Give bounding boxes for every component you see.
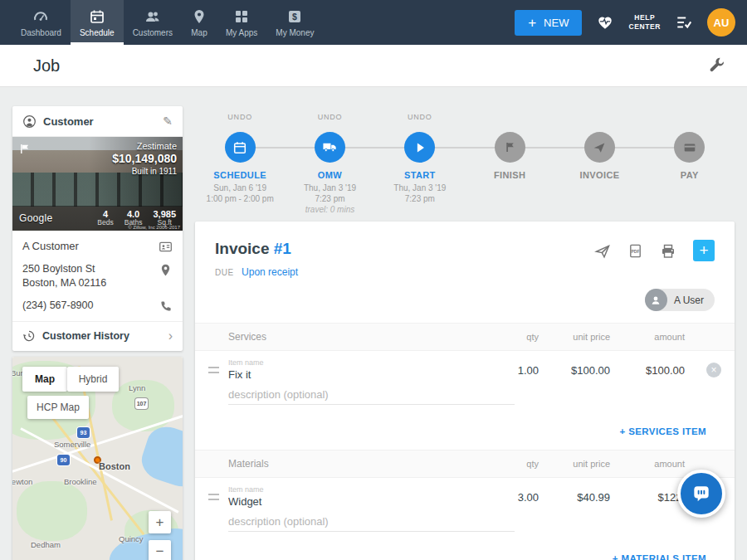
chat-support-button[interactable] <box>677 470 725 518</box>
step-travel: travel: 0 mins <box>285 204 374 215</box>
due-label: DUE <box>215 268 234 277</box>
invoice-actions: PDF + <box>594 240 715 279</box>
materials-title: Materials <box>228 458 481 470</box>
page-title: Job <box>33 56 60 75</box>
schedule-step-circle[interactable] <box>225 132 256 163</box>
step-date: Sun, Jan 6 '19 <box>195 183 285 193</box>
streetview-icon[interactable] <box>19 143 30 158</box>
svg-text:$: $ <box>292 12 297 22</box>
finish-step-circle[interactable] <box>495 132 525 163</box>
customer-history-row[interactable]: Customer History › <box>12 321 183 351</box>
assignee-chip[interactable]: A User <box>645 289 715 311</box>
nav-map[interactable]: Map <box>182 0 217 45</box>
customer-name: A Customer <box>22 239 159 254</box>
step-finish[interactable]: FINISH <box>465 113 554 215</box>
contact-card-icon[interactable] <box>159 240 173 254</box>
start-step-circle[interactable] <box>404 132 435 163</box>
edit-customer-icon[interactable]: ✎ <box>163 114 173 128</box>
step-omw[interactable]: UNDO OMW Thu, Jan 3 '19 7:23 pm travel: … <box>285 113 374 215</box>
invoice-step-circle[interactable] <box>584 132 615 163</box>
material-name-input[interactable] <box>228 495 468 508</box>
assignee-avatar <box>645 289 667 311</box>
step-time: 7:23 pm <box>375 193 465 204</box>
service-description-input[interactable] <box>228 388 515 405</box>
nav-customers[interactable]: Customers <box>124 0 182 45</box>
step-start[interactable]: UNDO START Thu, Jan 3 '19 7:23 pm <box>375 113 465 215</box>
customer-history-label: Customer History <box>42 330 162 342</box>
undo-omw-link[interactable]: UNDO <box>285 113 374 124</box>
print-icon[interactable] <box>660 243 676 263</box>
location-pin-icon[interactable] <box>159 263 173 277</box>
customer-icon <box>22 114 37 129</box>
service-unit-price-input[interactable] <box>539 364 610 377</box>
step-pay[interactable]: PAY <box>645 113 735 215</box>
omw-step-circle[interactable] <box>315 132 345 163</box>
drag-handle-icon[interactable] <box>208 494 219 500</box>
remove-service-item-button[interactable]: × <box>706 363 721 377</box>
material-description-input[interactable] <box>228 515 515 532</box>
map-pin-icon <box>191 8 208 25</box>
step-schedule[interactable]: UNDO SCHEDULE Sun, Jan 6 '19 1:00 pm - 2… <box>195 113 285 215</box>
due-line: DUE Upon receipt <box>215 264 298 279</box>
add-invoice-item-button[interactable]: + <box>693 240 715 261</box>
health-heart-icon[interactable] <box>596 13 614 32</box>
zestimate-value: $10,149,080 <box>112 152 177 165</box>
calendar-icon <box>232 140 247 155</box>
avatar-initials: AU <box>714 17 730 29</box>
add-services-item-link[interactable]: + SERVICES ITEM <box>619 426 706 436</box>
property-photo: Zestimate $10,149,080 Built in 1911 Goog… <box>12 137 183 231</box>
step-time: 7:23 pm <box>285 193 374 204</box>
flag-icon <box>503 140 517 154</box>
help-center-link[interactable]: HELP CENTER <box>628 13 661 32</box>
job-tools-icon[interactable] <box>708 56 725 76</box>
material-amount: $122. <box>610 491 685 504</box>
map-type-map-button[interactable]: Map <box>22 367 67 392</box>
hcp-map-button[interactable]: HCP Map <box>27 396 89 419</box>
add-materials-item-link[interactable]: + MATERIALS ITEM <box>613 553 706 560</box>
nav-my-apps[interactable]: My Apps <box>217 0 266 45</box>
pay-step-circle[interactable] <box>674 132 705 163</box>
map-type-hybrid-button[interactable]: Hybrid <box>67 367 119 392</box>
pdf-icon[interactable]: PDF <box>627 243 643 262</box>
service-qty-cell <box>481 363 539 377</box>
phone-icon[interactable] <box>159 299 173 313</box>
undo-spacer <box>645 113 735 124</box>
undo-schedule-link[interactable]: UNDO <box>195 113 285 124</box>
step-label: INVOICE <box>554 170 644 180</box>
invoice-number: #1 <box>274 240 291 257</box>
nav-right: + NEW HELP CENTER AU <box>515 0 747 45</box>
map-water-harbor <box>137 421 183 492</box>
people-icon <box>144 8 161 25</box>
zoom-out-button[interactable]: − <box>149 540 171 560</box>
nav-label: Map <box>191 28 207 37</box>
send-invoice-icon[interactable] <box>594 243 611 263</box>
nav-label: My Apps <box>226 28 257 37</box>
i93-shield: 93 <box>77 427 90 438</box>
col-qty: qty <box>481 459 539 469</box>
service-item-name-field: Item name <box>228 358 481 382</box>
nav-my-money[interactable]: $ My Money <box>266 0 323 45</box>
user-avatar[interactable]: AU <box>707 8 735 37</box>
due-terms-link[interactable]: Upon receipt <box>242 266 298 278</box>
new-button[interactable]: + NEW <box>515 10 582 36</box>
zoom-in-button[interactable]: + <box>149 511 171 533</box>
history-icon <box>22 329 36 343</box>
drag-handle-icon[interactable] <box>208 367 219 373</box>
nav-dashboard[interactable]: Dashboard <box>12 0 71 45</box>
add-material-row: + MATERIALS ITEM <box>195 542 735 560</box>
send-icon <box>592 140 607 155</box>
material-item-row: Item name $122. × <box>195 478 735 510</box>
customer-phone: (234) 567-8900 <box>22 299 159 313</box>
material-unit-price-input[interactable] <box>539 491 610 504</box>
step-invoice[interactable]: INVOICE <box>554 113 644 215</box>
top-nav: Dashboard Schedule Customers Map My Apps… <box>0 0 747 45</box>
service-name-input[interactable] <box>228 368 468 381</box>
nav-label: My Money <box>276 28 314 37</box>
nav-schedule[interactable]: Schedule <box>71 0 124 45</box>
calendar-icon <box>89 8 105 25</box>
undo-start-link[interactable]: UNDO <box>375 113 465 124</box>
service-qty-input[interactable] <box>481 364 539 377</box>
material-qty-input[interactable] <box>481 491 539 504</box>
checklist-icon[interactable] <box>675 13 693 32</box>
zestimate-block: Zestimate $10,149,080 Built in 1911 <box>112 141 177 176</box>
